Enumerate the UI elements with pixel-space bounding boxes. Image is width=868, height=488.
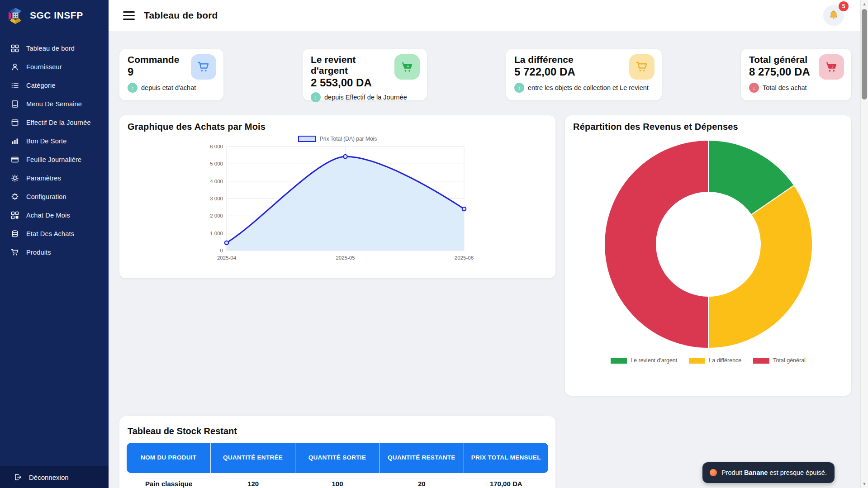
- line-chart-title: Graphique des Achats par Mois: [128, 122, 547, 132]
- svg-text:↓: ↓: [831, 64, 834, 69]
- svg-text:6 000: 6 000: [210, 144, 223, 149]
- sidebar-item-label: Catégorie: [26, 82, 56, 89]
- sidebar-item-menu-de-semaine[interactable]: Menu De Semaine: [0, 95, 109, 113]
- sidebar-item-bon-de-sorte[interactable]: Bon De Sorte: [0, 132, 109, 150]
- col-nom-du-produit: NOM DU PRODUIT: [127, 443, 211, 473]
- legend-label: Le revient d'argent: [631, 357, 677, 364]
- card-icon: [11, 156, 19, 164]
- svg-text:2025-04: 2025-04: [217, 255, 237, 261]
- sidebar-item-etat-des-achats[interactable]: Etat Des Achats: [0, 224, 109, 243]
- scrollbar-thumb[interactable]: [862, 9, 867, 99]
- user-icon: [11, 63, 19, 71]
- page-title: Tableau de bord: [144, 10, 218, 21]
- alert-dot-icon: [710, 469, 717, 476]
- sidebar-item-label: Produits: [26, 249, 51, 256]
- sidebar-item-configuration[interactable]: Configuration: [0, 187, 109, 206]
- cart-down-icon: ↓: [819, 54, 844, 80]
- donut-chart-panel: Répartition des Revenus et Dépenses Le r…: [565, 115, 851, 396]
- col-quantite-sortie: QUANTITÉ SORTIE: [295, 443, 379, 473]
- donut-chart-canvas: [582, 137, 835, 351]
- cart-icon: [629, 54, 655, 80]
- svg-text:+: +: [407, 64, 409, 69]
- stat-note-text: Total des achat: [763, 84, 807, 91]
- sidebar-item-produits[interactable]: Produits: [0, 243, 109, 261]
- sidebar-item-label: Bon De Sorte: [26, 137, 66, 145]
- stat-card-revient: Le revient d'argent 2 553,00 DA + ↑ depu…: [303, 49, 427, 100]
- legend-item-difference[interactable]: La différence: [689, 357, 741, 364]
- stat-card-commande: Commande 9 ↑ depuis etat d'achat: [119, 49, 223, 100]
- stat-title: Total général: [749, 54, 810, 65]
- sidebar-item-achat-de-mois[interactable]: Achat De Mois: [0, 206, 109, 224]
- legend-item-revient[interactable]: Le revient d'argent: [611, 357, 677, 364]
- stock-table: NOM DU PRODUIT QUANTITÉ ENTRÉE QUANTITÉ …: [127, 443, 548, 488]
- logout-label: Déconnexion: [29, 474, 69, 481]
- notifications: 5: [823, 5, 844, 26]
- bell-icon: [828, 10, 839, 21]
- dashboard-app: SGC INSFP Tableau de bord Fournisseur Ca…: [0, 0, 868, 488]
- app-logo-icon: [6, 6, 24, 24]
- cart-icon: [191, 54, 216, 80]
- stock-table-header: NOM DU PRODUIT QUANTITÉ ENTRÉE QUANTITÉ …: [127, 443, 548, 473]
- bar-chart-icon: [11, 137, 19, 145]
- sidebar-item-label: Tableau de bord: [26, 45, 75, 52]
- sidebar-item-effectif-de-la-journee[interactable]: Effectif De la Journée: [0, 113, 109, 132]
- book-icon: [11, 100, 19, 108]
- stat-card-difference: La différence 5 722,00 DA ↑ entre les ob…: [506, 49, 662, 100]
- charts-row: Graphique des Achats par Mois Prix Total…: [119, 115, 851, 396]
- cell-monthly-total: 170,00 DA: [464, 473, 548, 488]
- donut-segment-difference[interactable]: [708, 185, 812, 348]
- stat-value: 5 722,00 DA: [514, 66, 575, 78]
- sidebar-item-tableau-de-bord[interactable]: Tableau de bord: [0, 39, 109, 57]
- trend-up-icon: ↑: [128, 83, 138, 93]
- legend-label: Total général: [773, 357, 806, 364]
- toast-message: Produit Banane est presque épuisé.: [721, 469, 827, 476]
- gear-icon: [11, 174, 19, 182]
- cell-qty-remaining: 20: [379, 473, 464, 488]
- donut-legend: Le revient d'argent La différence Total …: [573, 357, 843, 364]
- svg-text:4 000: 4 000: [210, 179, 223, 184]
- journal-box-icon: [11, 118, 19, 127]
- stat-title: Le revient d'argent: [311, 54, 394, 76]
- main-content: Commande 9 ↑ depuis etat d'achat Le revi…: [109, 31, 860, 488]
- stat-value: 8 275,00 DA: [749, 66, 810, 78]
- legend-item-total[interactable]: Total général: [753, 357, 806, 364]
- legend-swatch-yellow: [689, 358, 705, 364]
- donut-segment-total[interactable]: [604, 140, 708, 348]
- col-quantite-entree: QUANTITÉ ENTRÉE: [211, 443, 295, 473]
- brand[interactable]: SGC INSFP: [0, 0, 109, 29]
- puzzle-icon: [11, 193, 19, 201]
- col-quantite-restante: QUANTITÉ RESTANTE: [379, 443, 464, 473]
- line-chart-legend[interactable]: Prix Total (DA) par Mois: [128, 136, 547, 142]
- brand-name: SGC INSFP: [30, 10, 83, 21]
- logout-icon: [14, 473, 22, 481]
- cell-qty-in: 120: [211, 473, 295, 488]
- sidebar-item-categorie[interactable]: Catégorie: [0, 76, 109, 95]
- legend-swatch-red: [753, 358, 769, 364]
- scrollbar-up-arrow-icon[interactable]: ▲: [861, 2, 868, 6]
- logout-button[interactable]: Déconnexion: [0, 466, 109, 488]
- stat-note-text: entre les objets de collection et Le rev…: [528, 84, 649, 91]
- line-chart: 6 000 5 000 4 000 3 000 2 000 1 000 0 20…: [128, 143, 547, 264]
- trend-up-icon: ↑: [311, 92, 321, 102]
- dashboard-grid-icon: [11, 44, 19, 52]
- vertical-scrollbar[interactable]: ▲ ▼: [860, 0, 868, 488]
- sidebar-item-feuille-journaliere[interactable]: Feuille Journaliére: [0, 150, 109, 169]
- donut-chart: [573, 137, 843, 351]
- sidebar-item-fournisseur[interactable]: Fournisseur: [0, 57, 109, 76]
- svg-text:1 000: 1 000: [210, 231, 223, 236]
- sidebar-item-label: Fournisseur: [26, 63, 62, 71]
- svg-text:5 000: 5 000: [210, 161, 223, 166]
- sidebar-item-label: Achat De Mois: [26, 212, 70, 219]
- svg-text:2025-06: 2025-06: [455, 255, 474, 261]
- sidebar-item-label: Feuille Journaliére: [26, 156, 81, 163]
- sidebar-item-parametres[interactable]: Paramètres: [0, 169, 109, 187]
- top-header: Tableau de bord 5: [109, 0, 860, 31]
- scrollbar-down-arrow-icon[interactable]: ▼: [861, 482, 868, 486]
- hamburger-menu-icon[interactable]: [123, 11, 135, 20]
- stat-value: 2 553,00 DA: [311, 76, 394, 89]
- sidebar-item-label: Paramètres: [26, 175, 61, 182]
- trend-up-icon: ↑: [514, 83, 524, 93]
- stock-table-title: Tableau de Stock Restant: [128, 426, 548, 436]
- cart-plus-icon: +: [394, 54, 420, 80]
- notification-count-badge: 5: [839, 1, 849, 11]
